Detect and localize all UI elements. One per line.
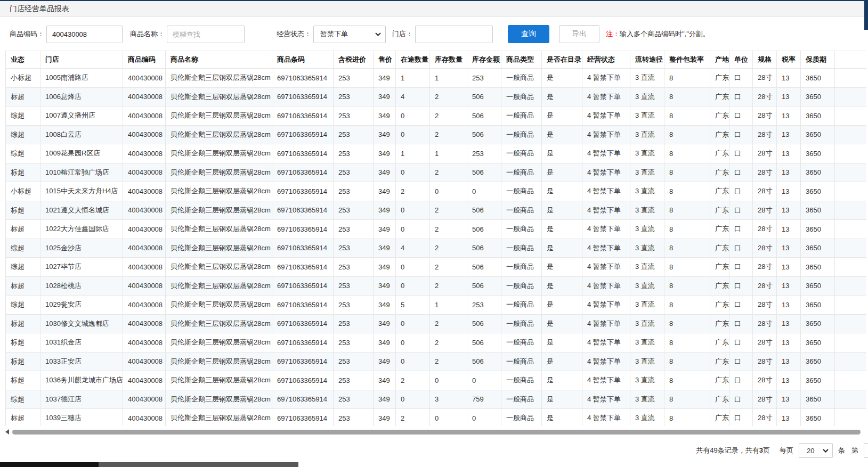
- table-cell: 253: [334, 106, 374, 126]
- table-cell: 349: [374, 106, 396, 126]
- table-cell: 1033正安店: [40, 352, 123, 371]
- table-cell: 4: [396, 87, 430, 106]
- product-name-input[interactable]: [167, 26, 245, 43]
- table-cell: 0: [467, 182, 501, 201]
- table-cell: 口: [729, 333, 753, 353]
- table-cell: 8: [664, 239, 710, 258]
- table-cell: 4 暂禁下单: [582, 163, 630, 182]
- table-cell: 贝伦斯企鹅三层钢双层蒸锅28cm: [166, 220, 272, 239]
- table-cell: 8: [664, 371, 710, 390]
- bottom-bar-gray-segment: [99, 462, 298, 467]
- table-cell: 253: [334, 125, 374, 144]
- table-cell: 400430008: [123, 258, 166, 277]
- table-cell: 506: [467, 239, 501, 258]
- table-cell: 3 直流: [630, 182, 664, 201]
- table-cell: 4 暂禁下单: [582, 239, 630, 258]
- table-cell: 4 暂禁下单: [582, 333, 630, 353]
- table-cell: 400430008: [123, 352, 166, 371]
- table-row: 综超1007遵义播州店400430008贝伦斯企鹅三层钢双层蒸锅28cm6971…: [6, 106, 867, 126]
- table-cell: 2: [430, 87, 467, 106]
- table-cell: 13: [777, 390, 801, 409]
- record-summary: 共有49条记录，共有3页: [696, 446, 770, 455]
- table-cell: 3650: [801, 314, 835, 333]
- table-cell: 8: [664, 352, 710, 371]
- table-cell: 1037德江店: [40, 390, 123, 409]
- table-cell: 口: [729, 314, 753, 333]
- table-row: 综超1009花果园R区店400430008贝伦斯企鹅三层钢双层蒸锅28cm697…: [6, 144, 867, 163]
- horizontal-scrollbar[interactable]: [5, 429, 864, 435]
- table-cell: 0: [396, 352, 430, 371]
- page-number-input[interactable]: [864, 443, 868, 458]
- column-header: 经营状态: [582, 51, 630, 69]
- table-cell: 3650: [801, 371, 835, 390]
- table-cell: 6971063365914: [272, 371, 334, 390]
- table-cell: 13: [777, 296, 801, 315]
- table-cell: 贝伦斯企鹅三层钢双层蒸锅28cm: [166, 296, 272, 315]
- table-cell: 1: [430, 296, 467, 315]
- table-cell: 1010榕江常驰广场店: [40, 163, 123, 182]
- table-cell: 一般商品: [501, 390, 542, 409]
- table-cell: 349: [374, 182, 396, 201]
- table-cell: 综超: [6, 144, 40, 163]
- table-row: 标超1036务川麒龙城市广场店400430008贝伦斯企鹅三层钢双层蒸锅28cm…: [6, 371, 867, 390]
- table-cell: 广东: [710, 182, 729, 201]
- table-cell: 一般商品: [501, 220, 542, 239]
- column-header: 单位: [729, 51, 753, 69]
- table-cell: 253: [334, 220, 374, 239]
- table-cell: 28寸: [753, 220, 777, 239]
- table-cell: 是: [542, 106, 582, 126]
- table-cell: 253: [467, 144, 501, 163]
- export-button[interactable]: 导出: [559, 25, 599, 43]
- table-cell: 广东: [710, 144, 729, 163]
- table-cell: 是: [542, 239, 582, 258]
- table-cell: 一般商品: [501, 314, 542, 333]
- table-cell: 349: [374, 258, 396, 277]
- table-cell: 是: [542, 296, 582, 315]
- product-code-input[interactable]: [46, 26, 123, 43]
- table-cell: 是: [542, 352, 582, 371]
- table-cell: 口: [729, 352, 753, 371]
- table-cell: 13: [777, 352, 801, 371]
- scroll-left-arrow-icon[interactable]: [5, 429, 9, 435]
- table-cell: 349: [374, 239, 396, 258]
- table-cell: 13: [777, 276, 801, 296]
- table-cell: 28寸: [753, 69, 777, 88]
- chevron-down-icon: [823, 449, 829, 453]
- table-cell: 广东: [710, 87, 729, 106]
- table-cell: 4: [396, 239, 430, 258]
- table-cell: 4 暂禁下单: [582, 371, 630, 390]
- page-size-select[interactable]: 20: [799, 443, 833, 458]
- search-button[interactable]: 查询: [508, 25, 549, 43]
- table-cell: 400430008: [123, 314, 166, 333]
- column-header: 产地: [710, 51, 729, 69]
- table-cell: 3 直流: [630, 201, 664, 220]
- table-cell: 13: [777, 409, 801, 427]
- store-input[interactable]: [415, 26, 493, 43]
- table-cell: 28寸: [753, 106, 777, 126]
- table-cell: 4 暂禁下单: [582, 352, 630, 371]
- table-cell: 一般商品: [501, 258, 542, 277]
- table-cell: 3 直流: [630, 333, 664, 353]
- table-cell: 3650: [801, 201, 835, 220]
- table-cell: 广东: [710, 201, 729, 220]
- status-select[interactable]: 暂禁下单: [313, 26, 386, 43]
- table-cell: 口: [729, 409, 753, 427]
- table-cell: 4 暂禁下单: [582, 258, 630, 277]
- table-cell: 400430008: [123, 333, 166, 353]
- table-cell: 349: [374, 87, 396, 106]
- column-header: 商品名称: [166, 51, 272, 69]
- table-cell: 4 暂禁下单: [582, 106, 630, 126]
- table-cell: 2: [430, 163, 467, 182]
- table-cell: 口: [729, 239, 753, 258]
- table-cell: 是: [542, 258, 582, 277]
- table-cell: 8: [664, 87, 710, 106]
- table-cell: [835, 201, 867, 220]
- page-count: 3: [759, 446, 763, 454]
- table-cell: 8: [664, 409, 710, 427]
- table-cell: 253: [334, 182, 374, 201]
- table-cell: 1027毕节店: [40, 258, 123, 277]
- column-header: 规格: [753, 51, 777, 69]
- table-cell: 综超: [6, 390, 40, 409]
- table-cell: 广东: [710, 163, 729, 182]
- scrollbar-thumb[interactable]: [12, 430, 861, 435]
